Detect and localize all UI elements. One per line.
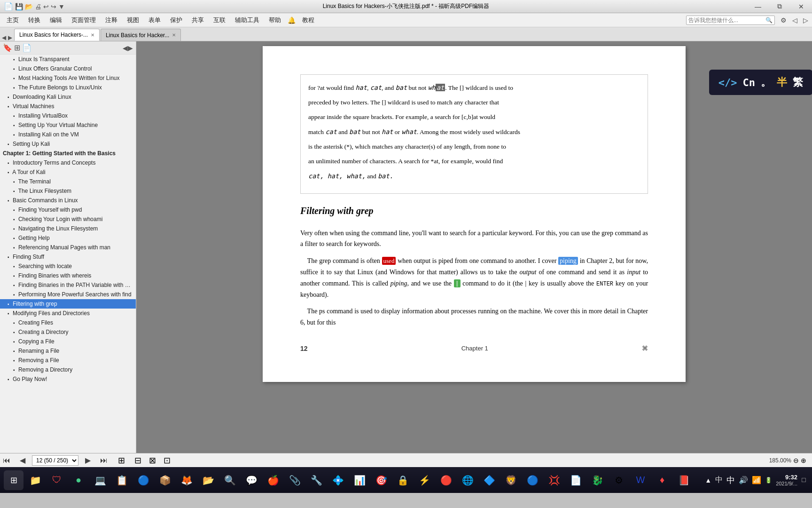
toc-item-virtualbox[interactable]: ▪ Installing VirtualBox: [0, 111, 136, 120]
menu-form[interactable]: 表单: [144, 14, 165, 26]
taskbar-icon-antivirus[interactable]: 🛡: [47, 470, 67, 490]
toc-item-whereis[interactable]: ▪ Finding Binaries with whereis: [0, 271, 136, 280]
tab-1[interactable]: Linux Basics for Hackers-... ✕: [14, 29, 100, 41]
toc-item-create-files[interactable]: ▪ Creating Files: [0, 318, 136, 327]
taskbar-icon-chrome[interactable]: 🌐: [458, 470, 477, 490]
toc-item-finding-stuff[interactable]: ▪ Finding Stuff: [0, 252, 136, 262]
toolbar-icon-3[interactable]: 🖨: [35, 3, 41, 10]
toc-item-find[interactable]: ▪ Performing More Powerful Searches with…: [0, 290, 136, 299]
settings-icon[interactable]: ⚙: [779, 16, 789, 25]
menu-home[interactable]: 主页: [2, 14, 23, 26]
tray-battery[interactable]: 🔋: [765, 477, 772, 484]
help-icon[interactable]: 🔔: [288, 16, 296, 24]
toc-item-create-dir[interactable]: ▪ Creating a Directory: [0, 327, 136, 337]
taskbar-icon-app31[interactable]: 📕: [674, 470, 694, 490]
toc-item-go-play[interactable]: ▪ Go Play Now!: [0, 374, 136, 384]
taskbar-icon-app17[interactable]: 🎯: [371, 470, 391, 490]
taskbar-icon-app22[interactable]: 🔷: [479, 470, 499, 490]
taskbar-icon-notes[interactable]: 📋: [112, 470, 132, 490]
zoom-out-button[interactable]: ⊖: [793, 457, 799, 464]
toc-item-linux-fs[interactable]: ▪ The Linux Filesystem: [0, 186, 136, 196]
toc-item-remove-dir[interactable]: ▪ Removing a Directory: [0, 365, 136, 374]
toc-item-setup-vm[interactable]: ▪ Setting Up Your Virtual Machine: [0, 120, 136, 130]
nav-back-icon[interactable]: ◁: [790, 16, 799, 25]
view-icon-2[interactable]: ⊟: [134, 455, 141, 466]
taskbar-icon-app23[interactable]: 🦁: [501, 470, 521, 490]
taskbar-icon-app25[interactable]: 💢: [544, 470, 564, 490]
taskbar-icon-terminal[interactable]: 💻: [90, 470, 110, 490]
minimize-button[interactable]: —: [747, 0, 769, 13]
menu-page-manage[interactable]: 页面管理: [67, 14, 101, 26]
taskbar-icon-firefox[interactable]: 🦊: [177, 470, 196, 490]
taskbar-icon-app30[interactable]: ♦: [652, 470, 672, 490]
zoom-in-button[interactable]: ⊕: [801, 457, 806, 464]
toc-item-intro-terms[interactable]: ▪ Introductory Terms and Concepts: [0, 158, 136, 167]
toc-item-copy-file[interactable]: ▪ Copying a File: [0, 337, 136, 346]
first-page-button[interactable]: ⏮: [0, 455, 13, 466]
taskbar-icon-search[interactable]: 🔍: [220, 470, 240, 490]
taskbar-icon-app27[interactable]: 🐉: [587, 470, 607, 490]
toc-item-pwd[interactable]: ▪ Finding Yourself with pwd: [0, 205, 136, 214]
toc-item-future[interactable]: ▪ The Future Belongs to Linux/Unix: [0, 83, 136, 92]
search-icon[interactable]: 🔍: [765, 17, 773, 24]
taskbar-icon-app14[interactable]: 🔧: [306, 470, 326, 490]
toc-item-navigate[interactable]: ▪ Navigating the Linux Filesystem: [0, 224, 136, 233]
toc-item-granular[interactable]: ▪ Linux Offers Granular Control: [0, 64, 136, 73]
tray-network[interactable]: 📶: [752, 476, 761, 484]
taskbar-icon-app12[interactable]: 🍎: [263, 470, 283, 490]
toolbar-dropdown[interactable]: ▼: [58, 3, 65, 10]
sidebar-collapse-icon[interactable]: ◀▶: [123, 44, 133, 52]
toc-item-hacking-tools[interactable]: ▪ Most Hacking Tools Are Written for Lin…: [0, 73, 136, 83]
sidebar-icon-thumb[interactable]: ⊞: [14, 43, 20, 52]
toc-item-transparent[interactable]: ▪ Linux Is Transparent: [0, 55, 136, 64]
nav-forward-icon[interactable]: ▷: [801, 16, 810, 25]
toc-item-help[interactable]: ▪ Getting Help: [0, 233, 136, 243]
view-icon-4[interactable]: ⊡: [164, 455, 171, 466]
toc-item-install-kali[interactable]: ▪ Installing Kali on the VM: [0, 130, 136, 139]
taskbar-icon-filezilla[interactable]: 📂: [198, 470, 218, 490]
taskbar-icon-pdf[interactable]: 📄: [566, 470, 586, 490]
tray-volume[interactable]: 🔊: [739, 476, 748, 484]
sidebar-icon-bookmark[interactable]: 🔖: [3, 43, 12, 52]
search-input[interactable]: [688, 17, 764, 24]
sidebar-icon-doc[interactable]: 📄: [22, 43, 31, 52]
menu-share[interactable]: 共享: [187, 14, 209, 26]
taskbar-icon-word[interactable]: W: [631, 470, 650, 490]
menu-comment[interactable]: 注释: [101, 14, 122, 26]
tray-ime2[interactable]: 中: [726, 475, 735, 486]
toc-item-whoami[interactable]: ▪ Checking Your Login with whoami: [0, 214, 136, 224]
toc-item-grep[interactable]: ▪ Filtering with grep: [0, 299, 136, 309]
taskbar-icon-app24[interactable]: 🔵: [523, 470, 542, 490]
view-icon-1[interactable]: ⊞: [118, 455, 125, 466]
taskbar-icon-app28[interactable]: ⚙: [609, 470, 629, 490]
menu-convert[interactable]: 转换: [23, 14, 45, 26]
toc-item-downloading[interactable]: ▪ Downloading Kali Linux: [0, 92, 136, 102]
toc-item-path-which[interactable]: ▪ Finding Binaries in the PATH Variable …: [0, 280, 136, 290]
toc-item-terminal[interactable]: ▪ The Terminal: [0, 177, 136, 186]
toolbar-icon-5[interactable]: ↪: [51, 3, 56, 10]
toc-item-remove-file[interactable]: ▪ Removing a File: [0, 356, 136, 365]
close-button[interactable]: ✕: [790, 0, 812, 13]
toc-item-rename-file[interactable]: ▪ Renaming a File: [0, 346, 136, 356]
toolbar-icon-1[interactable]: 💾: [15, 3, 23, 10]
toc-item-vms[interactable]: ▪ Virtual Machines: [0, 102, 136, 111]
toc-item-modify-files[interactable]: ▪ Modifying Files and Directories: [0, 309, 136, 318]
tab-2-close[interactable]: ✕: [172, 32, 176, 38]
menu-help[interactable]: 帮助: [264, 14, 286, 26]
tab-2[interactable]: Linux Basics for Hacker... ✕: [101, 29, 181, 41]
tray-arrow[interactable]: ▲: [705, 476, 711, 484]
toc-item-setup-kali[interactable]: ▪ Setting Up Kali: [0, 139, 136, 149]
last-page-button[interactable]: ⏭: [97, 455, 110, 466]
prev-page-button[interactable]: ◀: [17, 455, 28, 466]
taskbar-time-group[interactable]: 9:32 2021/9/...: [776, 474, 797, 486]
taskbar-icon-app7[interactable]: 📦: [155, 470, 175, 490]
toc-item-chapter1[interactable]: Chapter 1: Getting Started with the Basi…: [0, 149, 136, 158]
menu-edit[interactable]: 编辑: [45, 14, 67, 26]
taskbar-start[interactable]: ⊞: [4, 470, 23, 490]
taskbar-icon-app18[interactable]: 🔒: [393, 470, 413, 490]
toc-item-basic-cmds[interactable]: ▪ Basic Commands in Linux: [0, 196, 136, 205]
tray-notify[interactable]: ☐: [801, 477, 806, 484]
taskbar-icon-explorer[interactable]: 📁: [25, 470, 45, 490]
view-icon-3[interactable]: ⊠: [149, 455, 156, 466]
toolbar-icon-4[interactable]: ↩: [43, 3, 49, 10]
